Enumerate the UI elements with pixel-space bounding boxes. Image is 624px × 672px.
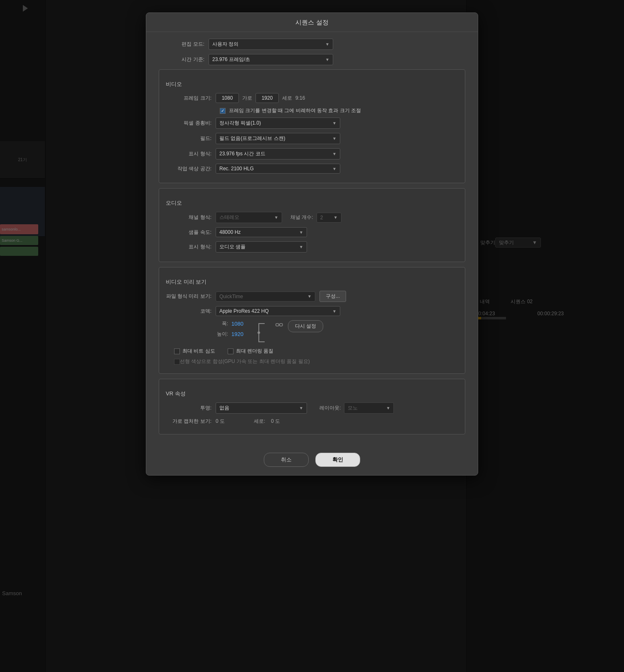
resize-checkbox[interactable]: ✓	[220, 108, 226, 114]
max-render-quality-checkbox[interactable]	[228, 348, 233, 354]
channel-count-value: 2	[320, 215, 323, 221]
chevron-down-icon: ▼	[307, 294, 312, 299]
svg-rect-1	[276, 324, 279, 326]
layout-select: 모노 ▼	[344, 402, 394, 414]
work-color-label: 작업 색상 공간:	[166, 165, 216, 172]
resize-checkbox-row: ✓ 프레임 크기를 변경할 때 그에 비례하여 동작 효과 크기 조절	[166, 107, 458, 114]
vr-projection-row: 투영: 없음 ▼ 레이아웃: 모노 ▼	[166, 402, 458, 414]
vr-section-label: VR 속성	[166, 390, 458, 399]
reset-button[interactable]: 다시 설정	[288, 320, 323, 332]
projection-value: 없음	[219, 405, 229, 412]
chevron-down-icon: ▼	[332, 152, 337, 156]
sequence-settings-dialog: 시퀀스 설정 편집 모드: 사용자 정의 ▼ 시간 기준: 23.976 프레임…	[146, 12, 478, 476]
codec-select[interactable]: Apple ProRes 422 HQ ▼	[216, 306, 340, 316]
edit-mode-row: 편집 모드: 사용자 정의 ▼	[159, 39, 465, 50]
frame-vertical-separator: 세로	[282, 95, 292, 102]
channel-format-label: 채널 형식:	[166, 214, 216, 221]
max-render-quality-item: 최대 렌더링 품질	[228, 348, 274, 355]
v-capture-group: 세로: 0 도	[254, 418, 280, 425]
field-label: 필드:	[166, 135, 216, 142]
max-bit-depth-checkbox[interactable]	[174, 348, 180, 354]
wh-fields: 폭: 1080 높이: 1920	[216, 320, 252, 338]
channel-count-select: 2 ▼	[317, 213, 341, 223]
chevron-down-icon: ▼	[325, 42, 329, 47]
capture-row: 가로 캡처한 보기: 0 도 세로: 0 도	[166, 418, 458, 425]
edit-mode-select[interactable]: 사용자 정의 ▼	[209, 39, 333, 50]
max-render-quality-label: 최대 렌더링 품질	[236, 348, 274, 355]
sample-rate-row: 샘플 속도: 48000 Hz ▼	[166, 227, 458, 237]
frame-size-label: 프레임 크기:	[166, 95, 216, 102]
audio-section: 오디오 채널 형식: 스테레오 ▼ 채널 개수: 2 ▼	[159, 188, 465, 262]
config-button[interactable]: 구성...	[319, 291, 346, 302]
channel-count-label: 채널 개수:	[290, 214, 313, 221]
layout-value: 모노	[348, 405, 358, 412]
projection-select[interactable]: 없음 ▼	[216, 402, 307, 414]
cancel-button[interactable]: 취소	[264, 453, 309, 467]
chevron-down-icon: ▼	[274, 215, 278, 220]
vr-row: 없음 ▼ 레이아웃: 모노 ▼	[216, 402, 394, 414]
linear-color-checkbox	[174, 359, 180, 365]
field-select[interactable]: 필드 없음(프로그레시브 스캔) ▼	[216, 133, 340, 144]
frame-height-input[interactable]	[255, 93, 279, 103]
capture-values-row: 0 도 세로: 0 도	[216, 418, 280, 425]
pixel-ratio-select[interactable]: 정사각형 픽셀(1.0) ▼	[216, 118, 340, 129]
file-format-row: 파일 형식 미리 보기: QuickTime ▼ 구성...	[166, 291, 458, 302]
audio-display-label: 표시 형식:	[166, 243, 216, 250]
chevron-down-icon: ▼	[332, 121, 337, 125]
chevron-down-icon: ▼	[325, 57, 329, 62]
video-section: 비디오 프레임 크기: 가로 세로 9:16 ✓ 프레임 크기를 변경할 때 그…	[159, 69, 465, 183]
preview-section-label: 비디오 미리 보기	[166, 278, 458, 287]
checks-row: 최대 비트 심도 최대 렌더링 품질	[166, 348, 458, 355]
confirm-button[interactable]: 확인	[315, 453, 360, 467]
h-capture-value: 0 도	[216, 418, 225, 425]
check-icon: ✓	[221, 108, 224, 113]
wh-block: 폭: 1080 높이: 1920	[166, 320, 458, 343]
display-format-select[interactable]: 23.976 fps 시간 코드 ▼	[216, 148, 340, 159]
file-format-select: QuickTime ▼	[216, 292, 315, 302]
max-bit-depth-label: 최대 비트 심도	[182, 348, 215, 355]
chain-icon-area	[275, 320, 284, 329]
field-row: 필드: 필드 없음(프로그레시브 스캔) ▼	[166, 133, 458, 144]
audio-section-label: 오디오	[166, 199, 458, 208]
frame-size-inputs: 가로 세로 9:16	[216, 93, 305, 103]
dialog-body: 편집 모드: 사용자 정의 ▼ 시간 기준: 23.976 프레임/초 ▼ 비디…	[146, 32, 478, 446]
vr-section: VR 속성 투영: 없음 ▼ 레이아웃: 모노 ▼	[159, 379, 465, 434]
linear-color-row: 선형 색상으로 합성(GPU 가속 또는 최대 렌더링 품질 필요)	[166, 358, 458, 365]
chain-icon	[275, 320, 284, 329]
link-bracket	[256, 322, 269, 343]
chevron-down-icon: ▼	[299, 406, 303, 410]
channel-count-group: 채널 개수: 2 ▼	[290, 213, 341, 223]
chevron-down-icon: ▼	[299, 230, 303, 235]
sample-rate-select[interactable]: 48000 Hz ▼	[216, 227, 307, 237]
vr-projection-label: 투영:	[166, 405, 216, 412]
channel-format-row: 채널 형식: 스테레오 ▼ 채널 개수: 2 ▼	[166, 212, 458, 223]
audio-display-format-row: 표시 형식: 오디오 샘플 ▼	[166, 241, 458, 253]
height-row: 높이: 1920	[216, 331, 252, 338]
pixel-ratio-row: 픽셀 종횡비: 정사각형 픽셀(1.0) ▼	[166, 118, 458, 129]
width-value: 1080	[231, 321, 252, 327]
codec-label: 코덱:	[166, 308, 216, 315]
layout-group: 레이아웃: 모노 ▼	[319, 402, 394, 414]
link-icon	[256, 322, 269, 343]
codec-row: 코덱: Apple ProRes 422 HQ ▼	[166, 306, 458, 316]
work-color-select[interactable]: Rec. 2100 HLG ▼	[216, 164, 340, 174]
codec-value: Apple ProRes 422 HQ	[219, 308, 269, 314]
chevron-down-icon: ▼	[299, 245, 303, 249]
width-row: 폭: 1080	[216, 320, 252, 327]
time-base-select[interactable]: 23.976 프레임/초 ▼	[209, 54, 333, 65]
chevron-down-icon: ▼	[332, 167, 337, 171]
file-format-label: 파일 형식 미리 보기:	[166, 293, 216, 300]
svg-point-0	[258, 331, 260, 334]
h-capture-label: 가로 캡처한 보기:	[166, 418, 216, 425]
dialog-title: 시퀀스 설정	[146, 13, 478, 32]
channel-format-select: 스테레오 ▼	[216, 212, 282, 223]
sample-rate-label: 샘플 속도:	[166, 229, 216, 236]
pixel-ratio-label: 픽셀 종횡비:	[166, 120, 216, 127]
dialog-footer: 취소 확인	[146, 446, 478, 467]
audio-row: 스테레오 ▼ 채널 개수: 2 ▼	[216, 212, 341, 223]
display-format-row: 표시 형식: 23.976 fps 시간 코드 ▼	[166, 148, 458, 159]
svg-rect-2	[280, 324, 283, 326]
chevron-down-icon: ▼	[332, 136, 337, 141]
frame-width-input[interactable]	[216, 93, 239, 103]
audio-display-select[interactable]: 오디오 샘플 ▼	[216, 241, 307, 253]
